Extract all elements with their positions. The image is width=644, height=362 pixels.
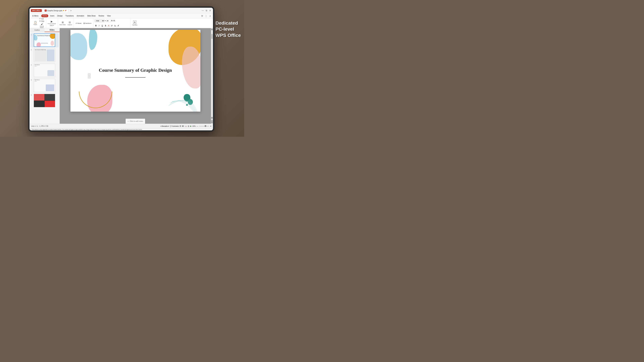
play-button[interactable]: ▶	[190, 125, 192, 127]
font-size-input[interactable]	[106, 19, 111, 22]
remarks-button[interactable]: ≡ Remarks ▾	[160, 125, 169, 127]
superscript-button[interactable]: x²	[110, 24, 113, 27]
paste-button[interactable]: 📋 Paste	[32, 21, 38, 26]
preview-cell-1	[34, 94, 44, 100]
slides-panel: Outline Slides 1 Course Summary of Graph…	[30, 28, 60, 124]
slide-preview-1: Course Summary of Graphic Design	[34, 33, 55, 47]
slide-thumbnail-5[interactable]: 5	[30, 93, 58, 108]
menu-view[interactable]: View	[106, 14, 112, 17]
more-icon[interactable]: ⋮	[204, 14, 208, 17]
menu-transitions[interactable]: Transitions	[64, 14, 75, 17]
format-painter-button[interactable]: 🖌 FormatPainter	[39, 22, 45, 29]
paste-group: 📋 Paste ✂ Cut ⎘ Copy 🖌 FormatPainter	[31, 18, 46, 28]
underline-button[interactable]: U	[101, 24, 104, 27]
scroll-up-button[interactable]: ▲	[211, 28, 213, 30]
slide-number-2: 2	[31, 49, 33, 51]
preview-img-3	[48, 70, 54, 76]
copy-button[interactable]: ⎘ Copy	[39, 20, 45, 22]
menu-bar: ☰ Menu Home Insert Design Transitions An…	[30, 13, 213, 18]
reset-label: Reset	[78, 22, 82, 24]
reset-section-group: ↺ Reset ▤ Section ▾	[74, 18, 94, 28]
status-bar: Slide 1 / 6 1_Office 主题 ≡ Remarks ▾ 💬 Co…	[30, 124, 213, 128]
outline-tab[interactable]: Outline	[30, 28, 44, 32]
slideshow-group: ▶ From CurrentSlide ▾	[46, 18, 58, 28]
scroll-right-down-button[interactable]: ▼	[211, 122, 213, 123]
section-button[interactable]: ▤ Section ▾	[82, 22, 92, 24]
slide-underline	[125, 77, 146, 78]
maximize-button[interactable]: ⧉	[205, 9, 208, 12]
file-tab[interactable]: P Graphic Design.pptx 📌	[43, 9, 68, 12]
comment-button[interactable]: 💬 Comment	[170, 125, 178, 127]
section-icon: ▤	[83, 22, 85, 24]
layout-button[interactable]: ⊟ Layout	[67, 20, 72, 26]
slide-title[interactable]: Course Summary of Graphic Design	[99, 67, 172, 73]
preview-col1	[34, 49, 46, 61]
menu-review[interactable]: Review	[97, 14, 106, 17]
cut-button[interactable]: ✂ Cut	[39, 18, 45, 20]
preview-subtitle-4: Art Form	[35, 81, 37, 82]
subscript-button[interactable]: x₂	[114, 24, 116, 27]
slide-number-5: 5	[31, 94, 33, 96]
new-slide-button[interactable]: ⊞ New Slide	[59, 20, 66, 26]
clear-format-button[interactable]: ✗	[117, 24, 120, 27]
reading-view-button[interactable]: 📖	[185, 125, 187, 127]
slide-number-1: 1	[31, 33, 33, 35]
collapse-icon[interactable]: ∧	[209, 14, 212, 17]
wps-office-button[interactable]: WPS Office	[31, 9, 42, 12]
menu-slideshow[interactable]: Slide Show	[86, 14, 97, 17]
scrollbar-thumb[interactable]	[211, 34, 213, 39]
format-painter-icon: 🖌	[41, 23, 43, 25]
slide-thumbnail-1[interactable]: 1 Course Summary of Graphic Design	[30, 33, 58, 47]
slide-thumbnail-3[interactable]: 3 Basic Elements Art Form	[30, 63, 58, 77]
normal-view-button[interactable]: ⊡	[180, 125, 181, 127]
add-tab-button[interactable]: +	[69, 9, 72, 12]
menu-animation[interactable]: Animation	[75, 14, 85, 17]
remarks-icon: ≡	[160, 125, 161, 127]
canvas-scroll[interactable]: Course Summary of Graphic Design	[60, 28, 211, 119]
zoom-slider[interactable]	[199, 126, 209, 126]
preview-underline	[41, 43, 48, 43]
reset-button[interactable]: ↺ Reset	[75, 22, 82, 24]
pin-icon: 📌	[65, 10, 66, 11]
slide-canvas[interactable]: Course Summary of Graphic Design	[70, 30, 200, 112]
promo-line2: PC-level	[216, 26, 241, 32]
bottom-notice-text: * This feature is only supported on cert…	[31, 129, 211, 130]
font-family-select[interactable]: Arial	[94, 19, 104, 22]
notes-bar[interactable]: ≡ Click to add notes	[126, 119, 145, 124]
slide-thumbnail-4[interactable]: 4 Basic Elements Art Form	[30, 78, 58, 92]
zoom-plus-button[interactable]: +	[210, 125, 211, 127]
italic-button[interactable]: I	[98, 24, 100, 27]
scroll-down-button[interactable]: ▼	[211, 117, 213, 119]
menu-design[interactable]: Design	[56, 14, 64, 17]
slide-preview-4: Basic Elements Art Form	[34, 79, 55, 92]
font-size-down-icon: A↓	[114, 20, 116, 22]
from-current-slide-button[interactable]: ▶ From CurrentSlide ▾	[47, 20, 57, 27]
settings-icon[interactable]: ⚙	[200, 14, 204, 17]
deco-blue-left	[70, 33, 87, 60]
slides-tab[interactable]: Slides	[44, 28, 60, 32]
remarks-dropdown: ▾	[168, 125, 169, 127]
strikethrough-button[interactable]: S	[104, 24, 107, 27]
bold-button[interactable]: B	[94, 24, 98, 27]
device-screen: WPS Office P Graphic Design.pptx 📌 + — ⧉…	[30, 8, 213, 130]
minimize-button[interactable]: —	[201, 9, 204, 12]
cut-copy-group: ✂ Cut ⎘ Copy 🖌 FormatPainter	[39, 18, 45, 29]
slide-sorter-button[interactable]: ⊞	[182, 125, 184, 127]
menu-hamburger[interactable]: ☰ Menu	[31, 14, 40, 17]
font-color-button[interactable]: A	[107, 24, 110, 27]
zoom-percent-button[interactable]: 97%	[192, 125, 196, 127]
copy-slide-button[interactable]: ⎘	[188, 125, 189, 127]
scroll-right-up-button[interactable]: ▲	[211, 120, 213, 122]
preview-title-2: Basic Principles of Graphic Design	[35, 49, 46, 50]
notes-icon: ≡	[128, 120, 129, 122]
close-button[interactable]: ✕	[209, 9, 212, 12]
menu-home[interactable]: Home	[41, 14, 48, 17]
sidebar-toggle-button[interactable]: ‹	[88, 73, 90, 78]
pptx-icon: P	[44, 9, 46, 11]
menu-insert[interactable]: Insert	[49, 14, 56, 17]
slide-thumbnail-2[interactable]: 2 Basic Principles of Graphic Design	[30, 48, 58, 62]
zoom-minus-button[interactable]: —	[196, 125, 198, 127]
slide-scrollbar[interactable]: ▲ ▼ ▲ ▼	[211, 28, 213, 124]
text-box-button[interactable]: A Text Box	[131, 20, 138, 26]
deco-teal-arcs	[167, 90, 197, 112]
